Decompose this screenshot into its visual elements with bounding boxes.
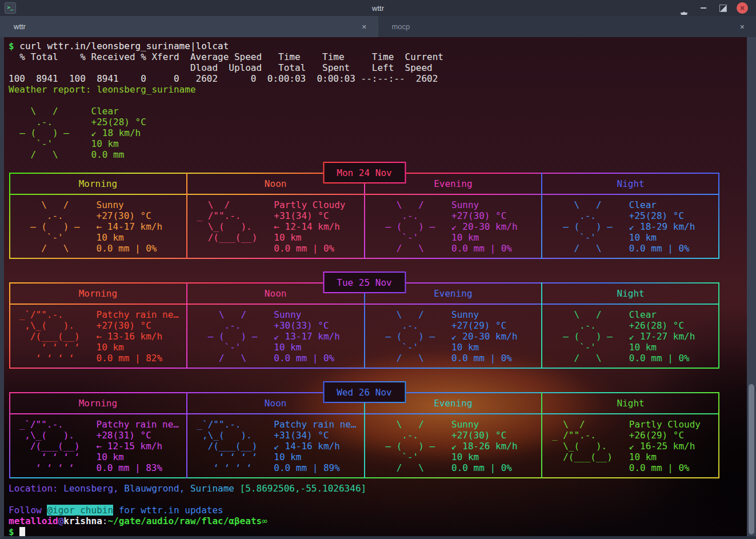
forecast-date: Mon 24 Nov xyxy=(337,167,391,178)
table-divider xyxy=(364,282,365,369)
table-border-right xyxy=(718,173,719,259)
forecast-date: Wed 26 Nov xyxy=(337,387,391,398)
blank-line xyxy=(9,95,745,106)
command-line: $ curl wttr.in/leonsberg_suriname|lolcat xyxy=(9,41,745,51)
part-header-morning: Morning xyxy=(9,282,187,305)
titlebar: >_ wttr × xyxy=(0,0,756,16)
text-cursor xyxy=(19,527,25,537)
part-header-morning: Morning xyxy=(9,173,187,195)
forecast-cell-night: \ / Clear .-. +25(28) °C ― ( ) ― ↙ 18-29… xyxy=(542,195,719,259)
blank-line xyxy=(9,494,745,505)
shade-button[interactable] xyxy=(678,2,690,14)
minimize-icon xyxy=(701,7,706,9)
tab-close-icon[interactable]: × xyxy=(358,21,370,33)
forecast-cell-noon: \ / Partly Cloudy _ /"".-. +31(34) °C \_… xyxy=(187,195,365,259)
terminal-app-icon: >_ xyxy=(5,2,16,14)
maximize-icon xyxy=(719,5,727,12)
shell-prompt-line: $ xyxy=(9,526,745,537)
table-divider xyxy=(186,282,187,369)
table-divider xyxy=(364,392,365,478)
minimize-button[interactable] xyxy=(698,2,709,14)
forecast-cell-evening: \ / Sunny .-. +27(29) °C ― ( ) ― ↙ 20-30… xyxy=(365,305,542,369)
tab-close-icon[interactable]: × xyxy=(737,21,748,33)
forecast-date-box: Tue 25 Nov xyxy=(323,272,406,293)
tab-label: mocp xyxy=(392,22,410,31)
part-header-night: Night xyxy=(542,282,719,305)
tab-mocp[interactable]: mocp × xyxy=(378,16,756,37)
tab-bar: wttr × mocp × xyxy=(0,16,756,37)
forecast-cell-evening: \ / Sunny .-. +27(30) °C ― ( ) ― ↙ 20-30… xyxy=(365,195,542,259)
tab-wttr[interactable]: wttr × xyxy=(0,16,378,37)
table-divider xyxy=(541,282,542,369)
forecast-cell-night: \ / Clear .-. +26(28) °C ― ( ) ― ↙ 17-27… xyxy=(542,305,719,369)
forecast-cell-morning: _`/"".-. Patchy rain ne… ,\_( ). +28(31)… xyxy=(9,414,187,478)
terminal-window: >_ wttr × wttr × mocp × $ curl wttr.in/l… xyxy=(0,0,756,539)
terminal-link[interactable]: @igor_chubin xyxy=(47,505,113,516)
table-border-right xyxy=(718,282,719,369)
forecast-cell-morning: _`/"".-. Patchy rain ne… ,\_( ). +27(30)… xyxy=(9,305,187,369)
forecast-cell-noon: _`/"".-. Patchy rain ne… ,\_( ). +31(34)… xyxy=(187,414,365,478)
follow-line: Follow @igor_chubin for wttr.in updates xyxy=(9,505,745,516)
maximize-button[interactable] xyxy=(717,2,729,14)
location-line: Location: Leonsberg, Blauwgrond, Surinam… xyxy=(9,483,745,494)
part-header-night: Night xyxy=(542,173,719,195)
tab-label: wttr xyxy=(14,22,26,31)
shade-icon xyxy=(681,3,687,14)
close-button[interactable]: × xyxy=(737,2,748,14)
terminal-content: $ curl wttr.in/leonsberg_suriname|lolcat… xyxy=(4,37,756,537)
forecast-day-2: Tue 25 Nov Morning Noon Evening Night _`… xyxy=(9,282,719,369)
table-border-left xyxy=(9,282,10,369)
shell-prompt: $ xyxy=(9,526,19,537)
scrollbar[interactable] xyxy=(747,37,756,536)
forecast-day-1: Mon 24 Nov Morning Noon Evening Night \ … xyxy=(9,173,719,259)
weather-report-title: Weather report: leonsberg_suriname xyxy=(9,84,745,95)
table-border-left xyxy=(9,392,10,478)
forecast-date-box: Wed 26 Nov xyxy=(323,381,406,403)
table-divider xyxy=(541,173,542,259)
prompt-line: metalloid@krishna:~/gate/audio/raw/flac/… xyxy=(9,516,745,526)
window-controls: × xyxy=(678,2,756,14)
part-header-morning: Morning xyxy=(9,392,187,414)
forecast-day-3: Wed 26 Nov Morning Noon Evening Night _`… xyxy=(9,392,719,478)
forecast-cell-night: \ / Partly Cloudy _ /"".-. +26(29) °C \_… xyxy=(542,414,719,478)
forecast-date-box: Mon 24 Nov xyxy=(323,162,406,183)
forecast-date: Tue 25 Nov xyxy=(337,277,391,288)
table-border-left xyxy=(9,173,10,259)
table-divider xyxy=(186,392,187,478)
terminal-viewport: $ curl wttr.in/leonsberg_suriname|lolcat… xyxy=(0,37,756,539)
window-title: wttr xyxy=(0,4,756,13)
forecast-cell-morning: \ / Sunny .-. +27(30) °C ― ( ) ― ← 14-17… xyxy=(9,195,187,259)
curl-progress-output: % Total % Received % Xferd Average Speed… xyxy=(9,51,745,84)
part-header-night: Night xyxy=(542,392,719,414)
table-border-right xyxy=(718,392,719,478)
current-conditions: \ / Clear .-. +25(28) °C ― ( ) ― ↙ 18 km… xyxy=(9,106,745,160)
scrollbar-thumb[interactable] xyxy=(749,384,754,534)
forecast-cell-noon: \ / Sunny .-. +30(33) °C ― ( ) ― ↙ 13-17… xyxy=(187,305,365,369)
table-divider xyxy=(541,392,542,478)
table-divider xyxy=(186,173,187,259)
forecast-cell-evening: \ / Sunny .-. +27(30) °C ― ( ) ― ↙ 18-26… xyxy=(365,414,542,478)
table-divider xyxy=(364,173,365,259)
